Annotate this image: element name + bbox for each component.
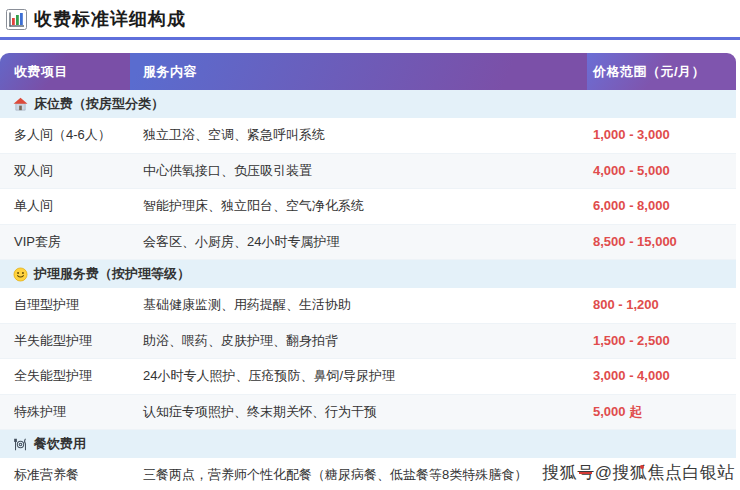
fee-item-cell: 特殊护理 — [0, 395, 130, 430]
service-content-cell: 认知症专项照护、终末期关怀、行为干预 — [130, 395, 587, 430]
fee-item-cell: 标准营养餐 — [0, 458, 130, 490]
service-content-cell: 助浴、喂药、皮肤护理、翻身拍背 — [130, 324, 587, 359]
fee-item-cell: 双人间 — [0, 154, 130, 189]
section-header-row: 床位费（按房型分类） — [0, 90, 736, 118]
table-row: 单人间智能护理床、独立阳台、空气净化系统6,000 - 8,000 — [0, 189, 736, 225]
service-content-cell: 中心供氧接口、负压吸引装置 — [130, 154, 587, 189]
section-body: 多人间（4-6人）独立卫浴、空调、紧急呼叫系统1,000 - 3,000双人间中… — [0, 118, 736, 260]
table-row: 全失能型护理24小时专人照护、压疮预防、鼻饲/导尿护理3,000 - 4,000 — [0, 359, 736, 395]
smiley-icon — [13, 267, 28, 282]
price-cell: 5,000 起 — [587, 395, 736, 430]
fee-item-cell: 单人间 — [0, 189, 130, 224]
service-content-cell: 基础健康监测、用药提醒、生活协助 — [130, 288, 587, 323]
column-header-fee-item: 收费项目 — [0, 53, 130, 90]
price-cell: 4,000 - 5,000 — [587, 154, 736, 189]
section-header-row: 护理服务费（按护理等级） — [0, 260, 736, 288]
watermark: 搜狐号@搜狐焦点白银站 — [542, 461, 735, 484]
column-header-price: 价格范围（元/月） — [587, 53, 736, 90]
section-title: 护理服务费（按护理等级） — [34, 265, 190, 283]
page-title: 收费标准详细构成 — [34, 7, 186, 31]
table-row: 多人间（4-6人）独立卫浴、空调、紧急呼叫系统1,000 - 3,000 — [0, 118, 736, 154]
title-divider — [0, 37, 740, 40]
section-body: 自理型护理基础健康监测、用药提醒、生活协助800 - 1,200半失能型护理助浴… — [0, 288, 736, 430]
fee-item-cell: 全失能型护理 — [0, 359, 130, 394]
table-body: 床位费（按房型分类）多人间（4-6人）独立卫浴、空调、紧急呼叫系统1,000 -… — [0, 90, 736, 490]
table-header-row: 收费项目 服务内容 价格范围（元/月） — [0, 53, 736, 90]
price-cell: 1,500 - 2,500 — [587, 324, 736, 359]
fee-item-cell: VIP套房 — [0, 225, 130, 260]
table-row: 自理型护理基础健康监测、用药提醒、生活协助800 - 1,200 — [0, 288, 736, 324]
price-cell: 1,000 - 3,000 — [587, 118, 736, 153]
table-row: 半失能型护理助浴、喂药、皮肤护理、翻身拍背1,500 - 2,500 — [0, 324, 736, 360]
bar-chart-icon — [6, 9, 27, 30]
section-title: 床位费（按房型分类） — [34, 95, 164, 113]
fee-item-cell: 多人间（4-6人） — [0, 118, 130, 153]
table-row: 双人间中心供氧接口、负压吸引装置4,000 - 5,000 — [0, 154, 736, 190]
fee-item-cell: 半失能型护理 — [0, 324, 130, 359]
table-row: VIP套房会客区、小厨房、24小时专属护理8,500 - 15,000 — [0, 225, 736, 261]
column-header-service: 服务内容 — [130, 53, 587, 90]
price-cell: 8,500 - 15,000 — [587, 225, 736, 260]
price-cell: 6,000 - 8,000 — [587, 189, 736, 224]
page-header: 收费标准详细构成 — [0, 0, 740, 37]
service-content-cell: 24小时专人照护、压疮预防、鼻饲/导尿护理 — [130, 359, 587, 394]
meal-icon — [13, 437, 28, 452]
service-content-cell: 会客区、小厨房、24小时专属护理 — [130, 225, 587, 260]
service-content-cell: 独立卫浴、空调、紧急呼叫系统 — [130, 118, 587, 153]
fee-item-cell: 自理型护理 — [0, 288, 130, 323]
table-row: 特殊护理认知症专项照护、终末期关怀、行为干预5,000 起 — [0, 395, 736, 431]
section-header-row: 餐饮费用 — [0, 430, 736, 458]
price-cell: 800 - 1,200 — [587, 288, 736, 323]
section-title: 餐饮费用 — [34, 435, 86, 453]
service-content-cell: 三餐两点，营养师个性化配餐（糖尿病餐、低盐餐等8类特殊膳食） — [130, 458, 587, 490]
house-icon — [13, 97, 28, 112]
service-content-cell: 智能护理床、独立阳台、空气净化系统 — [130, 189, 587, 224]
fee-table: 收费项目 服务内容 价格范围（元/月） 床位费（按房型分类）多人间（4-6人）独… — [0, 53, 736, 490]
price-cell: 3,000 - 4,000 — [587, 359, 736, 394]
page: 收费标准详细构成 收费项目 服务内容 价格范围（元/月） 床位费（按房型分类）多… — [0, 0, 740, 490]
